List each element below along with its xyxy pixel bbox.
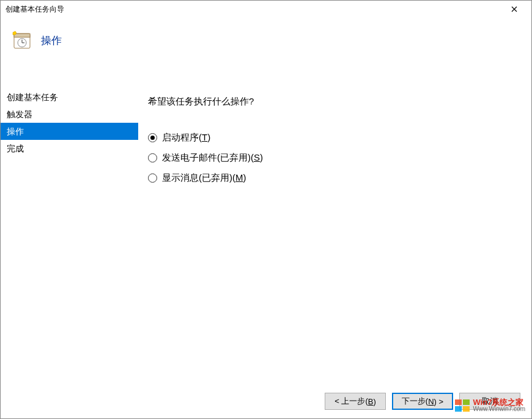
close-icon	[511, 6, 517, 12]
action-radio-group: 启动程序(T) 发送电子邮件(已弃用)(S) 显示消息(已弃用)(M)	[148, 132, 522, 184]
radio-label: 启动程序(T)	[162, 132, 210, 144]
radio-icon	[148, 173, 157, 183]
radio-label: 发送电子邮件(已弃用)(S)	[162, 152, 263, 164]
radio-start-program[interactable]: 启动程序(T)	[148, 132, 522, 144]
next-button[interactable]: 下一步(N) >	[392, 393, 453, 410]
radio-display-message[interactable]: 显示消息(已弃用)(M)	[148, 172, 522, 184]
wizard-header: 操作	[1, 18, 531, 85]
sidebar-item-action[interactable]: 操作	[1, 123, 138, 140]
wizard-main-panel: 希望该任务执行什么操作? 启动程序(T) 发送电子邮件(已弃用)(S) 显示消息…	[138, 85, 531, 384]
sidebar-item-create-basic-task[interactable]: 创建基本任务	[1, 89, 138, 106]
back-button[interactable]: < 上一步(B)	[325, 393, 386, 410]
cancel-button[interactable]: 取消	[459, 393, 520, 410]
wizard-step-title: 操作	[41, 34, 62, 48]
sidebar-item-finish[interactable]: 完成	[1, 140, 138, 157]
close-button[interactable]	[502, 2, 526, 16]
radio-send-email[interactable]: 发送电子邮件(已弃用)(S)	[148, 152, 522, 164]
action-question: 希望该任务执行什么操作?	[148, 96, 522, 107]
wizard-sidebar: 创建基本任务 触发器 操作 完成	[1, 85, 138, 384]
wizard-content: 创建基本任务 触发器 操作 完成 希望该任务执行什么操作? 启动程序(T) 发送…	[1, 85, 531, 384]
wizard-footer: < 上一步(B) 下一步(N) > 取消	[1, 384, 531, 418]
radio-icon	[148, 133, 157, 142]
radio-icon	[148, 153, 157, 162]
wizard-step-icon	[12, 30, 32, 51]
titlebar: 创建基本任务向导	[1, 1, 531, 18]
sidebar-item-trigger[interactable]: 触发器	[1, 106, 138, 123]
radio-label: 显示消息(已弃用)(M)	[162, 172, 246, 184]
svg-rect-1	[14, 34, 30, 37]
window-title: 创建基本任务向导	[6, 4, 502, 15]
